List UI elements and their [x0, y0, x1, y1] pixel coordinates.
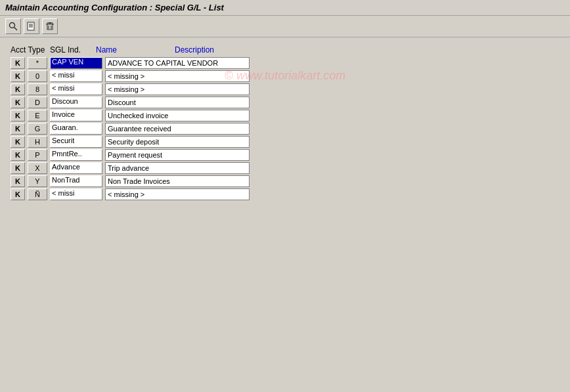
cell-sgl-ind: P: [28, 149, 47, 161]
new-button[interactable]: [24, 18, 39, 34]
cell-name[interactable]: PmntRe..: [50, 149, 102, 161]
table-row[interactable]: KHSecuritSecurity deposit: [11, 136, 559, 148]
data-table: K*CAP VENADVANCE TO CAPITAL VENDORK0< mi…: [11, 57, 559, 200]
cell-description: Security deposit: [105, 136, 250, 148]
svg-rect-2: [28, 22, 34, 30]
cell-description: < missing >: [105, 70, 250, 82]
header-description: Description: [175, 45, 372, 54]
cell-name[interactable]: NonTrad: [50, 175, 102, 187]
table-row[interactable]: KGGuaran.Guarantee received: [11, 123, 559, 135]
cell-acct-type: K: [11, 175, 25, 187]
cell-description: Unchecked invoice: [105, 110, 250, 121]
svg-line-1: [14, 28, 18, 31]
cell-description: Discount: [105, 97, 250, 108]
cell-sgl-ind: X: [28, 162, 47, 174]
cell-description: Trip advance: [105, 162, 250, 174]
cell-acct-type: K: [11, 123, 25, 135]
table-row[interactable]: K*CAP VENADVANCE TO CAPITAL VENDOR: [11, 57, 559, 69]
cell-sgl-ind: 0: [28, 70, 47, 82]
cell-acct-type: K: [11, 149, 25, 161]
table-row[interactable]: KYNonTradNon Trade Invoices: [11, 175, 559, 187]
cell-name[interactable]: Invoice: [50, 110, 102, 121]
table-row[interactable]: K0< missi< missing >: [11, 70, 559, 82]
cell-sgl-ind: H: [28, 136, 47, 148]
search-button[interactable]: [5, 18, 21, 34]
cell-acct-type: K: [11, 188, 25, 200]
cell-description: ADVANCE TO CAPITAL VENDOR: [105, 57, 250, 69]
table-row[interactable]: KEInvoiceUnchecked invoice: [11, 110, 559, 121]
cell-acct-type: K: [11, 162, 25, 174]
cell-name[interactable]: Securit: [50, 136, 102, 148]
cell-name[interactable]: < missi: [50, 83, 102, 95]
header-name: Name: [96, 45, 175, 54]
table-row[interactable]: KÑ< missi< missing >: [11, 188, 559, 200]
cell-description: < missing >: [105, 83, 250, 95]
cell-description: Guarantee received: [105, 123, 250, 135]
cell-name[interactable]: < missi: [50, 188, 102, 200]
cell-name[interactable]: Discoun: [50, 97, 102, 108]
cell-name[interactable]: Advance: [50, 162, 102, 174]
header-sgl-ind: SGL Ind.: [50, 45, 96, 54]
cell-acct-type: K: [11, 110, 25, 121]
cell-sgl-ind: D: [28, 97, 47, 108]
table-row[interactable]: KPPmntRe..Payment request: [11, 149, 559, 161]
cell-acct-type: K: [11, 83, 25, 95]
cell-acct-type: K: [11, 57, 25, 69]
title-bar: Maintain Accounting Configuration : Spec…: [0, 0, 570, 16]
delete-button[interactable]: [42, 18, 58, 34]
cell-description: < missing >: [105, 188, 250, 200]
cell-description: Payment request: [105, 149, 250, 161]
cell-name[interactable]: < missi: [50, 70, 102, 82]
cell-sgl-ind: G: [28, 123, 47, 135]
toolbar: [0, 16, 570, 37]
cell-acct-type: K: [11, 136, 25, 148]
cell-sgl-ind: Y: [28, 175, 47, 187]
cell-name[interactable]: Guaran.: [50, 123, 102, 135]
title-text: Maintain Accounting Configuration : Spec…: [5, 3, 224, 12]
cell-acct-type: K: [11, 70, 25, 82]
table-row[interactable]: KXAdvanceTrip advance: [11, 162, 559, 174]
cell-sgl-ind: *: [28, 57, 47, 69]
table-row[interactable]: K8< missi< missing >: [11, 83, 559, 95]
cell-acct-type: K: [11, 97, 25, 108]
cell-name[interactable]: CAP VEN: [50, 57, 102, 69]
cell-sgl-ind: 8: [28, 83, 47, 95]
header-acct-type: Acct Type: [11, 45, 50, 54]
svg-point-0: [10, 23, 15, 28]
cell-sgl-ind: Ñ: [28, 188, 47, 200]
table-row[interactable]: KDDiscounDiscount: [11, 97, 559, 108]
cell-description: Non Trade Invoices: [105, 175, 250, 187]
cell-sgl-ind: E: [28, 110, 47, 121]
